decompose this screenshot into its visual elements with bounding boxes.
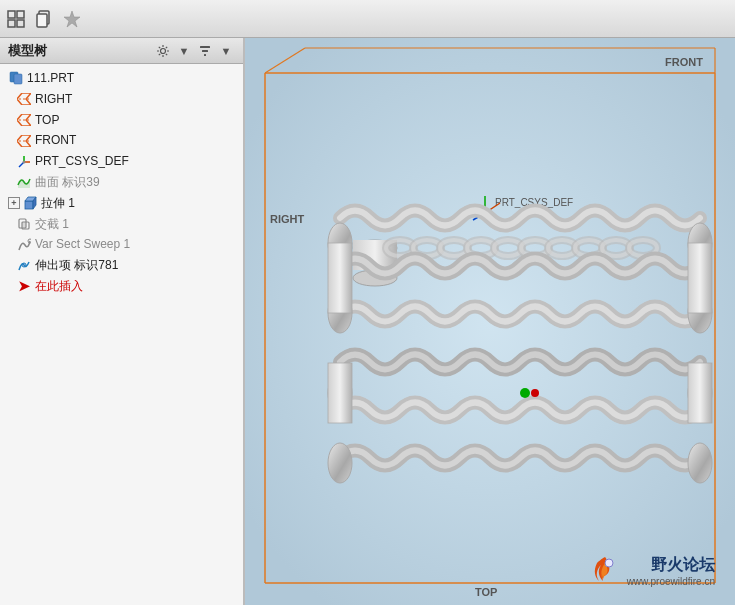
svg-rect-2 xyxy=(8,20,15,27)
svg-rect-20 xyxy=(14,74,22,84)
svg-point-80 xyxy=(328,443,352,483)
svg-marker-6 xyxy=(64,11,80,27)
svg-point-7 xyxy=(161,48,166,53)
model-tree-title: 模型树 xyxy=(8,42,47,60)
tree-item-label-part: 111.PRT xyxy=(27,70,74,87)
tree-item-label-insert: 在此插入 xyxy=(35,278,83,295)
tree-item-right[interactable]: RIGHT xyxy=(0,89,243,110)
tree-item-label-right: RIGHT xyxy=(35,91,72,108)
svg-point-84 xyxy=(688,443,712,483)
tree-item-intersect[interactable]: 交截 1 xyxy=(0,214,243,235)
model-tree-header-icons: ▼ ▼ xyxy=(154,42,235,60)
model-tree-content: 111.PRT RIGHT xyxy=(0,64,243,605)
svg-line-12 xyxy=(159,46,160,47)
copy-icon[interactable] xyxy=(32,7,56,31)
svg-rect-85 xyxy=(688,243,712,313)
model-3d-view: RIGHT FRONT TOP PRT_CSYS_DEF xyxy=(245,38,735,605)
tree-item-insert[interactable]: ➤ 在此插入 xyxy=(0,276,243,297)
plane-icon-right xyxy=(16,91,32,107)
svg-rect-5 xyxy=(37,14,47,27)
svg-line-13 xyxy=(166,53,167,54)
top-toolbar xyxy=(0,0,735,38)
tree-item-sweep[interactable]: Var Sect Sweep 1 xyxy=(0,234,243,255)
svg-point-38 xyxy=(22,263,26,267)
svg-rect-17 xyxy=(202,50,208,52)
tree-filter-icon[interactable] xyxy=(196,42,214,60)
tree-settings-icon[interactable] xyxy=(154,42,172,60)
tree-item-surface[interactable]: 曲面 标识39 xyxy=(0,172,243,193)
tree-item-label-extrude: 拉伸 1 xyxy=(41,195,75,212)
grid-icon[interactable] xyxy=(4,7,28,31)
main-layout: 模型树 ▼ xyxy=(0,38,735,605)
svg-rect-31 xyxy=(25,201,33,209)
plane-icon-front xyxy=(16,133,32,149)
tree-item-protrusion[interactable]: 伸出项 标识781 xyxy=(0,255,243,276)
svg-rect-36 xyxy=(22,222,26,228)
svg-text:TOP: TOP xyxy=(475,586,497,598)
svg-line-15 xyxy=(159,53,160,54)
plane-icon-top xyxy=(16,112,32,128)
svg-text:FRONT: FRONT xyxy=(665,56,703,68)
tree-item-label-top: TOP xyxy=(35,112,59,129)
tree-item-label-intersect: 交截 1 xyxy=(35,216,69,233)
svg-text:RIGHT: RIGHT xyxy=(270,213,305,225)
csys-icon xyxy=(16,154,32,170)
svg-point-89 xyxy=(520,388,530,398)
surface-icon xyxy=(16,174,32,190)
tree-item-label-surface: 曲面 标识39 xyxy=(35,174,100,191)
tree-more-icon[interactable]: ▼ xyxy=(217,42,235,60)
star-icon[interactable] xyxy=(60,7,84,31)
part-icon xyxy=(8,70,24,86)
expand-icon-extrude[interactable]: + xyxy=(8,197,20,209)
model-tree-header: 模型树 ▼ xyxy=(0,38,243,64)
svg-rect-1 xyxy=(17,11,24,18)
tree-item-front[interactable]: FRONT xyxy=(0,130,243,151)
sweep-icon xyxy=(16,237,32,253)
protrusion-icon xyxy=(16,258,32,274)
svg-rect-3 xyxy=(17,20,24,27)
extrude-icon xyxy=(22,195,38,211)
tree-item-label-front: FRONT xyxy=(35,132,76,149)
svg-rect-88 xyxy=(328,363,352,423)
svg-point-90 xyxy=(531,389,539,397)
tree-item-csys[interactable]: PRT_CSYS_DEF xyxy=(0,151,243,172)
svg-rect-0 xyxy=(8,11,15,18)
svg-rect-86 xyxy=(688,363,712,423)
tree-item-label-csys: PRT_CSYS_DEF xyxy=(35,153,129,170)
tree-item-label-protrusion: 伸出项 标识781 xyxy=(35,257,118,274)
svg-rect-87 xyxy=(328,243,352,313)
tree-item-top[interactable]: TOP xyxy=(0,110,243,131)
intersect-icon xyxy=(16,216,32,232)
tree-item-label-sweep: Var Sect Sweep 1 xyxy=(35,236,130,253)
model-tree-panel: 模型树 ▼ xyxy=(0,38,245,605)
tree-item-extrude[interactable]: + 拉伸 1 xyxy=(0,193,243,214)
svg-line-14 xyxy=(166,46,167,47)
insert-icon: ➤ xyxy=(16,278,32,294)
viewport[interactable]: RIGHT FRONT TOP PRT_CSYS_DEF xyxy=(245,38,735,605)
tree-item-part[interactable]: 111.PRT xyxy=(0,68,243,89)
svg-point-30 xyxy=(23,160,26,163)
tree-down-icon[interactable]: ▼ xyxy=(175,42,193,60)
svg-rect-18 xyxy=(204,54,206,56)
svg-rect-16 xyxy=(200,46,210,48)
